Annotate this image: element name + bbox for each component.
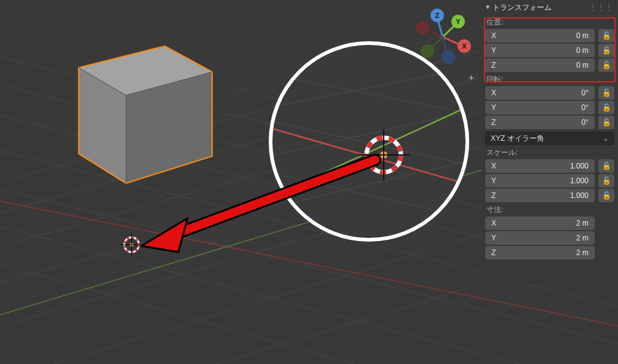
- dropdown-label: XYZ オイラー角: [491, 133, 603, 144]
- axis-label: X: [491, 89, 500, 97]
- scale-z-field[interactable]: Z 1.000: [485, 189, 595, 202]
- gizmo-z-label: Z: [435, 12, 440, 19]
- chevron-down-icon: ▸: [484, 6, 493, 9]
- lock-icon[interactable]: 🔓: [598, 116, 614, 129]
- lock-icon[interactable]: 🔓: [598, 44, 614, 57]
- value-label: 0 m: [500, 46, 588, 55]
- axis-label: Y: [491, 234, 500, 242]
- value-label: 0°: [500, 118, 588, 127]
- lock-icon[interactable]: 🔓: [598, 189, 614, 202]
- value-label: 0°: [500, 89, 588, 97]
- grip-icon: ⋮⋮⋮: [589, 3, 613, 12]
- value-label: 0 m: [500, 61, 588, 69]
- gizmo-x[interactable]: X: [458, 39, 471, 53]
- zoom-button[interactable]: ＋: [462, 69, 480, 86]
- nav-gizmo[interactable]: Z Y X: [412, 5, 473, 66]
- axis-label: Z: [491, 118, 500, 127]
- lock-icon[interactable]: 🔓: [598, 58, 614, 72]
- location-y-field[interactable]: Y 0 m: [485, 44, 595, 57]
- location-z-field[interactable]: Z 0 m: [485, 58, 595, 72]
- lock-icon[interactable]: 🔓: [598, 101, 614, 114]
- selected-cube[interactable]: [79, 46, 212, 183]
- gizmo-x-label: X: [462, 42, 466, 50]
- axis-label: X: [491, 219, 500, 228]
- gizmo-neg-x[interactable]: [416, 21, 429, 34]
- value-label: 0 m: [500, 31, 588, 40]
- rotation-y-field[interactable]: Y 0°: [485, 101, 595, 114]
- gizmo-y-label: Y: [456, 18, 460, 25]
- scale-x-field[interactable]: X 1.000: [485, 159, 595, 173]
- dimensions-y-field[interactable]: Y 2 m: [485, 231, 595, 245]
- lock-icon[interactable]: 🔓: [598, 174, 614, 188]
- panel-title: トランスフォーム: [493, 2, 552, 13]
- value-label: 1.000: [500, 162, 588, 170]
- gizmo-y[interactable]: Y: [451, 15, 465, 28]
- lock-icon[interactable]: 🔓: [598, 29, 614, 42]
- axis-label: Z: [491, 191, 500, 200]
- rotation-label: 回転:: [486, 74, 613, 85]
- dimensions-x-field[interactable]: X 2 m: [485, 216, 595, 230]
- lock-icon[interactable]: 🔓: [598, 159, 614, 173]
- gizmo-neg-y[interactable]: [421, 44, 434, 58]
- gizmo-z[interactable]: Z: [430, 9, 444, 22]
- axis-label: Z: [491, 61, 500, 69]
- panel-header[interactable]: ▸ トランスフォーム ⋮⋮⋮: [484, 0, 616, 15]
- chevron-down-icon: ⌄: [603, 134, 609, 143]
- axis-label: Y: [491, 103, 500, 112]
- value-label: 2 m: [500, 248, 588, 257]
- dimensions-label: 寸法:: [486, 205, 613, 215]
- value-label: 2 m: [500, 234, 588, 242]
- value-label: 2 m: [500, 219, 588, 228]
- axis-label: Z: [491, 248, 500, 257]
- value-label: 0°: [500, 103, 588, 112]
- axis-label: Y: [491, 176, 500, 185]
- scale-label: スケール:: [486, 148, 613, 158]
- dimensions-z-field[interactable]: Z 2 m: [485, 246, 595, 259]
- lock-icon[interactable]: 🔓: [598, 86, 614, 100]
- scale-y-field[interactable]: Y 1.000: [485, 174, 595, 188]
- location-x-field[interactable]: X 0 m: [485, 29, 595, 42]
- transform-panel: ▸ トランスフォーム ⋮⋮⋮ 位置: X 0 m 🔓 Y 0 m 🔓 Z 0 m: [481, 0, 618, 284]
- gizmo-neg-z[interactable]: [442, 50, 455, 64]
- axis-label: Y: [491, 46, 500, 55]
- rotation-x-field[interactable]: X 0°: [485, 86, 595, 100]
- location-label: 位置:: [486, 17, 613, 28]
- value-label: 1.000: [500, 176, 588, 185]
- axis-label: X: [491, 162, 500, 170]
- axis-label: X: [491, 31, 500, 40]
- rotation-mode-dropdown[interactable]: XYZ オイラー角 ⌄: [485, 132, 614, 145]
- value-label: 1.000: [500, 191, 588, 200]
- rotation-z-field[interactable]: Z 0°: [485, 116, 595, 129]
